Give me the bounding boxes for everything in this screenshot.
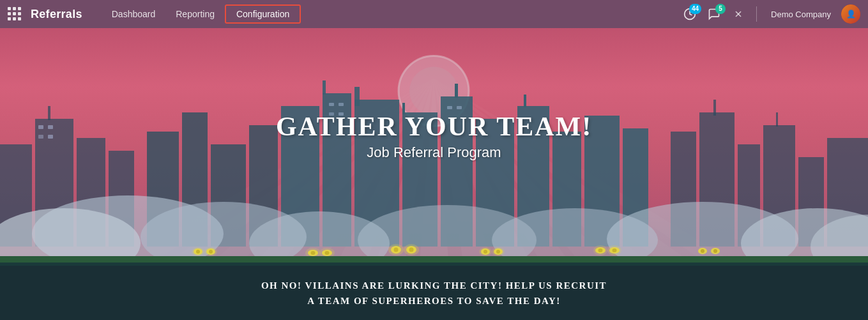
nav-links: Dashboard Reporting Configuration (102, 0, 680, 28)
svg-point-100 (404, 244, 419, 255)
svg-point-103 (593, 245, 607, 255)
messages-badge: 5 (715, 4, 726, 14)
svg-point-101 (479, 247, 492, 256)
messages-icon-btn[interactable]: 5 (704, 4, 724, 24)
nav-dashboard[interactable]: Dashboard (102, 0, 166, 28)
main-content: GATHER YOUR TEAM! Job Referral Program (0, 28, 868, 320)
svg-point-95 (192, 247, 204, 256)
bottom-text-line1: OH NO! VILLAINS ARE LURKING THE CITY! HE… (261, 278, 607, 293)
svg-rect-54 (38, 135, 43, 139)
svg-rect-40 (323, 80, 326, 95)
svg-rect-26 (713, 100, 716, 116)
svg-rect-56 (329, 103, 334, 106)
nav-divider (756, 6, 757, 22)
svg-point-104 (607, 245, 621, 255)
nav-right: 44 5 Demo Company 👤 (680, 4, 860, 24)
nav-configuration[interactable]: Configuration (225, 4, 301, 24)
cityscape (0, 80, 868, 272)
svg-rect-44 (455, 84, 458, 98)
svg-rect-53 (48, 125, 53, 129)
svg-point-93 (701, 249, 704, 253)
user-avatar[interactable]: 👤 (841, 4, 860, 24)
svg-rect-61 (457, 106, 462, 109)
svg-point-99 (388, 244, 404, 255)
svg-rect-32 (48, 106, 50, 120)
svg-point-94 (713, 249, 717, 253)
hero-subtitle: Job Referral Program (276, 144, 592, 161)
svg-rect-60 (447, 106, 452, 109)
activity-badge: 44 (689, 4, 701, 14)
navbar: Referrals Dashboard Reporting Configurat… (0, 0, 868, 28)
avatar-initials: 👤 (841, 4, 860, 24)
svg-point-102 (492, 247, 505, 256)
svg-rect-27 (776, 112, 778, 126)
svg-rect-52 (38, 125, 43, 129)
svg-rect-55 (48, 135, 53, 139)
company-name[interactable]: Demo Company (771, 10, 831, 19)
hero-text: GATHER YOUR TEAM! Job Referral Program (276, 111, 592, 161)
bottom-text-line2: A TEAM OF SUPERHEROES TO SAVE THE DAY! (307, 293, 561, 309)
svg-point-96 (204, 247, 217, 256)
hero-title: GATHER YOUR TEAM! (276, 111, 592, 142)
svg-rect-57 (339, 103, 344, 106)
close-icon-btn[interactable] (728, 4, 749, 24)
grid-menu-icon[interactable] (8, 7, 22, 21)
svg-rect-51 (524, 95, 526, 107)
activity-icon-btn[interactable]: 44 (680, 4, 700, 24)
svg-rect-106 (0, 256, 868, 263)
app-logo: Referrals (31, 8, 82, 21)
nav-reporting[interactable]: Reporting (165, 0, 225, 28)
bottom-section: OH NO! VILLAINS ARE LURKING THE CITY! HE… (0, 266, 868, 320)
